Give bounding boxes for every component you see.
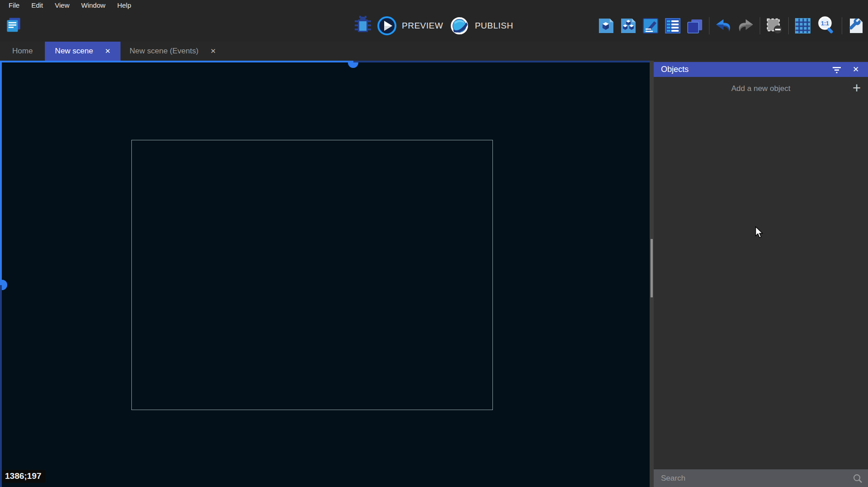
close-icon[interactable]: ✕ (105, 47, 111, 55)
redo-button[interactable] (738, 18, 754, 34)
filter-icon[interactable] (831, 64, 843, 76)
divider-scrollbar-thumb[interactable] (651, 239, 653, 297)
objects-list-empty-area (654, 100, 868, 469)
mask-selection-icon (766, 18, 782, 34)
toolbar-separator (760, 17, 760, 34)
objects-panel-title: Objects (661, 65, 689, 74)
setup-wrench-icon (848, 18, 864, 34)
search-icon (853, 473, 863, 483)
horizontal-scrollbar-track-right (353, 61, 650, 62)
grid-icon (795, 18, 811, 34)
instances-list-icon (665, 18, 681, 34)
add-plus-icon[interactable]: + (853, 81, 861, 96)
search-input[interactable] (661, 474, 853, 483)
preview-play-icon (377, 16, 396, 35)
panel-divider[interactable] (650, 61, 654, 487)
menu-edit[interactable]: Edit (25, 1, 49, 10)
toolbar-separator (788, 17, 789, 34)
zoom-1-1-icon: 1:1 (817, 15, 836, 34)
menu-bar: File Edit View Window Help (0, 0, 868, 10)
publish-globe-icon (449, 16, 469, 36)
game-resolution-frame (131, 140, 493, 410)
objects-panel-header: Objects ✕ (654, 62, 868, 77)
tab-new-scene-events-label: New scene (Events) (130, 47, 198, 56)
preview-button[interactable]: PREVIEW (377, 16, 443, 35)
tab-new-scene[interactable]: New scene ✕ (45, 42, 121, 61)
properties-button[interactable] (642, 18, 659, 34)
horizontal-scrollbar-thumb[interactable] (348, 62, 358, 68)
grid-button[interactable] (795, 18, 811, 34)
close-icon[interactable]: ✕ (210, 47, 216, 55)
toolbar-separator (709, 17, 709, 34)
undo-button[interactable] (715, 18, 732, 34)
publish-label: PUBLISH (475, 21, 513, 31)
object-groups-icon (620, 18, 637, 34)
publish-button[interactable]: PUBLISH (449, 16, 513, 36)
project-manager-button[interactable] (5, 16, 22, 33)
tab-home[interactable]: Home (0, 42, 45, 61)
objects-panel: Objects ✕ Add a new object + (654, 61, 868, 487)
undo-icon (715, 18, 732, 34)
editor-settings-button[interactable] (848, 18, 864, 34)
project-manager-icon (5, 16, 22, 33)
preview-label: PREVIEW (402, 21, 443, 31)
zoom-1-1-button[interactable]: 1:1 (817, 15, 836, 36)
objects-search-bar (654, 469, 868, 487)
tab-home-label: Home (12, 47, 33, 56)
vertical-scrollbar-thumb[interactable] (2, 280, 7, 290)
toolbar-separator (842, 17, 842, 34)
cursor-coordinates-badge: 1386;197 (2, 470, 45, 483)
redo-icon (738, 18, 754, 34)
debug-button[interactable] (355, 16, 371, 36)
add-object-label: Add a new object (731, 84, 790, 93)
add-object-row[interactable]: Add a new object + (654, 77, 868, 100)
close-icon[interactable]: ✕ (850, 64, 862, 76)
edit-scene-button[interactable] (598, 18, 614, 34)
horizontal-scrollbar-track-left (0, 61, 353, 62)
menu-help[interactable]: Help (111, 1, 137, 10)
menu-view[interactable]: View (49, 1, 75, 10)
editor-tab-bar: Home New scene ✕ New scene (Events) ✕ (0, 42, 868, 61)
layers-icon (687, 18, 703, 34)
object-groups-button[interactable] (620, 18, 637, 34)
instances-list-button[interactable] (665, 18, 681, 34)
scene-objects-icon (598, 18, 614, 34)
svg-text:1:1: 1:1 (821, 20, 829, 27)
layers-button[interactable] (687, 18, 703, 34)
properties-icon (642, 18, 659, 34)
mask-selection-button[interactable] (766, 18, 782, 34)
main-toolbar: PREVIEW PUBLISH (0, 10, 868, 42)
tab-new-scene-events[interactable]: New scene (Events) ✕ (121, 42, 225, 61)
menu-window[interactable]: Window (75, 1, 111, 10)
scene-canvas[interactable]: 1386;197 (0, 61, 650, 487)
vertical-scrollbar-track-bottom (0, 285, 2, 487)
vertical-scrollbar-track-top (0, 61, 2, 285)
debug-icon (355, 16, 371, 34)
menu-file[interactable]: File (3, 1, 25, 10)
tab-new-scene-label: New scene (55, 47, 93, 56)
